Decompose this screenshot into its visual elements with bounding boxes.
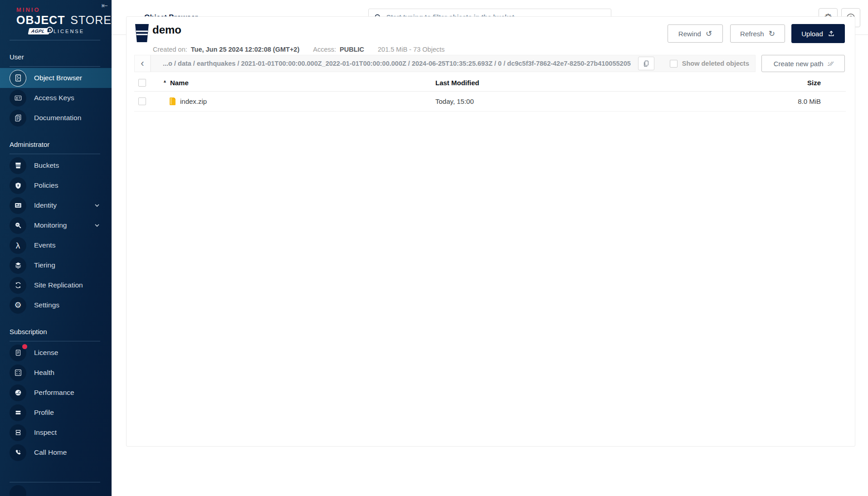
column-header-name[interactable]: ▲ Name bbox=[163, 79, 435, 87]
documentation-icon bbox=[10, 110, 26, 126]
sidebar-item-call-home[interactable]: Call Home bbox=[0, 443, 112, 462]
sidebar-item-events[interactable]: λ Events bbox=[0, 235, 112, 255]
refresh-icon: ↻ bbox=[769, 30, 775, 38]
sidebar-collapse-icon[interactable]: ⇤ bbox=[102, 2, 108, 10]
show-deleted-checkbox[interactable] bbox=[670, 60, 678, 68]
sidebar-item-label: Policies bbox=[34, 181, 58, 190]
partial-bottom-icon bbox=[10, 485, 26, 496]
access-keys-icon bbox=[10, 90, 26, 107]
chevron-down-icon[interactable] bbox=[94, 204, 100, 207]
app-logo: MINIO OBJECT STORE AGPL 3 LICENSE bbox=[0, 0, 112, 34]
main-area: ← Object Browser ⚙ ? demo Created on: Tu… bbox=[112, 0, 868, 496]
license-icon bbox=[10, 345, 26, 361]
bucket-meta: Created on: Tue, Jun 25 2024 12:02:08 (G… bbox=[153, 46, 445, 53]
sidebar-item-settings[interactable]: ⚙ Settings bbox=[0, 295, 112, 315]
sidebar-item-inspect[interactable]: Inspect bbox=[0, 423, 112, 443]
column-header-size[interactable]: Size bbox=[755, 79, 846, 87]
bucket-usage: 201.5 MiB - 73 Objects bbox=[378, 46, 445, 53]
performance-gauge-icon bbox=[10, 384, 26, 401]
refresh-button[interactable]: Refresh ↻ bbox=[730, 24, 785, 43]
column-header-modified[interactable]: Last Modified bbox=[435, 79, 755, 87]
bucket-name: demo bbox=[152, 24, 181, 36]
copy-path-button[interactable] bbox=[638, 57, 654, 70]
buckets-icon bbox=[10, 157, 26, 174]
sidebar-item-label: Call Home bbox=[34, 448, 67, 457]
sidebar-item-monitoring[interactable]: Monitoring bbox=[0, 215, 112, 235]
inspect-icon bbox=[10, 424, 26, 441]
show-deleted-toggle: Show deleted objects bbox=[670, 60, 749, 68]
sidebar-item-performance[interactable]: Performance bbox=[0, 383, 112, 403]
create-new-path-button[interactable]: Create new path :∕⁄ bbox=[761, 55, 845, 72]
sidebar-item-documentation[interactable]: Documentation bbox=[0, 108, 112, 128]
sidebar-item-label: Health bbox=[34, 369, 54, 377]
sidebar-item-label: Documentation bbox=[34, 114, 81, 122]
license-notification-dot bbox=[22, 344, 27, 349]
sidebar-item-object-browser[interactable]: Object Browser bbox=[0, 68, 112, 88]
sort-asc-icon: ▲ bbox=[163, 79, 167, 83]
sidebar-item-license[interactable]: License bbox=[0, 343, 112, 363]
create-new-path-icon: :∕⁄ bbox=[828, 60, 833, 67]
objects-table: ▲ Name Last Modified Size index.zip Toda… bbox=[134, 74, 846, 112]
section-label-subscription: Subscription bbox=[10, 328, 100, 341]
sidebar-item-label: Object Browser bbox=[34, 74, 82, 82]
monitoring-icon bbox=[10, 217, 26, 234]
sidebar-item-tiering[interactable]: Tiering bbox=[0, 255, 112, 275]
select-all-checkbox[interactable] bbox=[138, 79, 146, 87]
zip-file-icon bbox=[169, 97, 176, 106]
sidebar-item-label: Buckets bbox=[34, 161, 59, 170]
sidebar-item-access-keys[interactable]: Access Keys bbox=[0, 88, 112, 108]
sidebar-item-site-replication[interactable]: Site Replication bbox=[0, 275, 112, 295]
sidebar-item-label: License bbox=[34, 349, 58, 357]
table-header-row: ▲ Name Last Modified Size bbox=[134, 74, 846, 92]
divider bbox=[10, 40, 100, 40]
object-name[interactable]: index.zip bbox=[180, 97, 207, 105]
sidebar-item-label: Settings bbox=[34, 301, 59, 309]
bucket-icon bbox=[134, 23, 150, 43]
settings-gear-icon: ⚙ bbox=[10, 297, 26, 314]
divider bbox=[10, 482, 100, 482]
created-value: Tue, Jun 25 2024 12:02:08 (GMT+2) bbox=[191, 46, 299, 53]
chevron-down-icon[interactable] bbox=[94, 224, 100, 227]
sidebar-item-identity[interactable]: Identity bbox=[0, 195, 112, 215]
sidebar-item-label: Identity bbox=[34, 201, 57, 209]
bucket-browser-card: demo Created on: Tue, Jun 25 2024 12:02:… bbox=[126, 16, 855, 447]
sidebar-item-label: Profile bbox=[34, 408, 54, 417]
sidebar-item-label: Monitoring bbox=[34, 221, 67, 229]
object-modified: Today, 15:00 bbox=[435, 97, 755, 105]
object-browser-icon bbox=[10, 70, 26, 87]
license-badge: AGPL 3 LICENSE bbox=[16, 28, 84, 34]
sidebar-item-buckets[interactable]: Buckets bbox=[0, 156, 112, 175]
breadcrumb[interactable]: ...o / data / earthquakes / 2021-01-01T0… bbox=[163, 60, 631, 67]
breadcrumb-bar: ...o / data / earthquakes / 2021-01-01T0… bbox=[151, 55, 756, 72]
breadcrumb-back-button[interactable]: ‹ bbox=[134, 55, 151, 72]
site-replication-icon bbox=[10, 277, 26, 294]
health-icon bbox=[10, 365, 26, 381]
access-label: Access: bbox=[313, 46, 336, 53]
sidebar-item-label: Access Keys bbox=[34, 94, 74, 102]
upload-icon bbox=[828, 30, 835, 37]
table-row[interactable]: index.zip Today, 15:00 8.0 MiB bbox=[134, 92, 846, 112]
section-label-administrator: Administrator bbox=[10, 141, 100, 154]
agpl-v3-icon: 3 bbox=[47, 27, 53, 33]
show-deleted-label: Show deleted objects bbox=[682, 60, 749, 67]
sidebar-item-policies[interactable]: Policies bbox=[0, 175, 112, 195]
access-value[interactable]: PUBLIC bbox=[340, 46, 364, 53]
section-label-user: User bbox=[10, 53, 100, 67]
profile-icon bbox=[10, 404, 26, 421]
sidebar-item-label: Events bbox=[34, 241, 55, 249]
logo-product: OBJECT STORE bbox=[16, 14, 112, 27]
sidebar-item-health[interactable]: Health bbox=[0, 363, 112, 383]
upload-button[interactable]: Upload bbox=[791, 24, 845, 43]
logo-brand: MINIO bbox=[16, 6, 112, 13]
identity-icon bbox=[10, 197, 26, 214]
events-lambda-icon: λ bbox=[10, 237, 26, 254]
sidebar-item-profile[interactable]: Profile bbox=[0, 403, 112, 423]
sidebar: ⇤ MINIO OBJECT STORE AGPL 3 LICENSE User… bbox=[0, 0, 112, 496]
row-checkbox[interactable] bbox=[138, 97, 146, 105]
rewind-button[interactable]: Rewind ↺ bbox=[668, 24, 723, 43]
call-home-phone-icon bbox=[10, 444, 26, 461]
sidebar-item-label: Performance bbox=[34, 389, 74, 397]
created-label: Created on: bbox=[153, 46, 187, 53]
sidebar-item-label: Inspect bbox=[34, 428, 57, 437]
object-size: 8.0 MiB bbox=[755, 97, 846, 105]
